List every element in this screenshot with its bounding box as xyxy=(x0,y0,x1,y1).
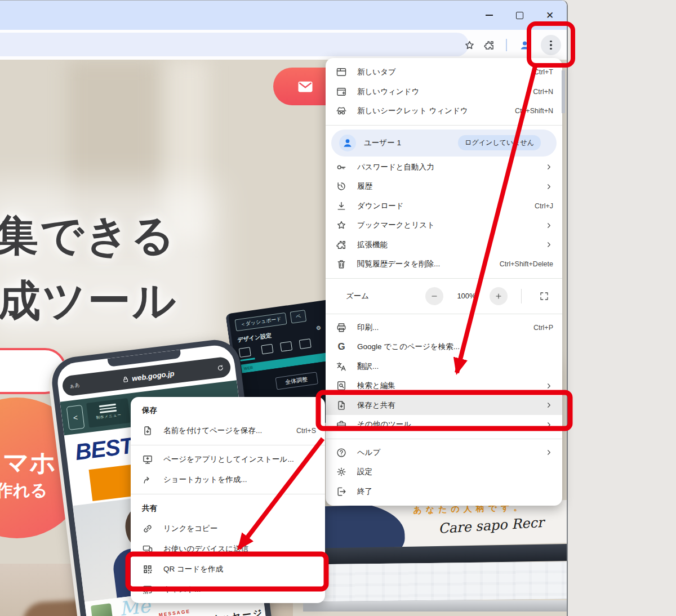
incognito-icon xyxy=(336,105,347,117)
menu-item-exit[interactable]: 終了 xyxy=(326,482,562,502)
dashboard-button: ＜ダッシュボード xyxy=(235,313,287,331)
submenu-item-copy-link[interactable]: リンクをコピー xyxy=(131,519,325,539)
fullscreen-button[interactable] xyxy=(535,287,553,305)
menu-item-print[interactable]: 印刷...Ctrl+P xyxy=(326,318,562,338)
menu-item-translate[interactable]: 翻訳... xyxy=(326,357,562,377)
install-app-icon xyxy=(142,454,153,465)
bookmark-star-icon[interactable] xyxy=(461,37,478,53)
page-scrollbar[interactable] xyxy=(562,70,565,113)
menu-item-more-tools[interactable]: その他のツール xyxy=(326,415,562,435)
overall-adjust-button: 全体調整 xyxy=(275,372,318,390)
submenu-item-install-page-as-app[interactable]: ページをアプリとしてインストール... xyxy=(131,449,325,470)
menu-item-new-window[interactable]: 新しいウィンドウCtrl+N xyxy=(326,82,562,102)
menu-item-clear-browsing-data[interactable]: 閲覧履歴データを削除...Ctrl+Shift+Delete xyxy=(326,255,562,274)
message-label: MESSAGE xyxy=(158,608,190,616)
browser-menu-button[interactable] xyxy=(541,35,561,55)
help-icon xyxy=(336,447,347,458)
submenu-item-save-page-as[interactable]: 名前を付けてページを保存...Ctrl+S xyxy=(131,421,325,441)
menu-item-passwords[interactable]: パスワードと自動入力 xyxy=(326,158,562,177)
zoom-in-button[interactable] xyxy=(490,287,508,305)
minimize-icon xyxy=(486,15,493,16)
save-page-icon xyxy=(142,425,153,436)
menu-item-search-with-google[interactable]: G Google でこのページを検索... xyxy=(326,337,562,357)
submenu-item-create-qr-code[interactable]: QR コードを作成 xyxy=(131,559,325,579)
laptop-keyboard xyxy=(303,562,567,602)
user-name: ユーザー 1 xyxy=(364,138,450,148)
hero-heading-line1: 集できる xyxy=(0,207,176,265)
key-icon xyxy=(336,162,347,173)
submenu-divider xyxy=(131,445,325,445)
back-button: < xyxy=(66,405,85,430)
zoom-separator xyxy=(521,289,522,303)
chevron-right-icon xyxy=(545,448,553,457)
chrome-main-menu: 新しいタブCtrl+T 新しいウィンドウCtrl+N 新しいシークレット ウィン… xyxy=(326,58,562,506)
envelope-icon xyxy=(297,78,314,95)
submenu-item-create-shortcut[interactable]: ショートカットを作成... xyxy=(131,470,325,490)
text-size-control: ぁあ xyxy=(69,381,80,390)
toolbar-separator xyxy=(506,39,507,51)
devices-icon xyxy=(142,543,153,555)
menu-item-history[interactable]: 履歴 xyxy=(326,177,562,197)
menu-item-find-and-edit[interactable]: 検索と編集 xyxy=(326,376,562,396)
menu-divider xyxy=(326,439,562,439)
menu-item-bookmarks[interactable]: ブックマークとリスト xyxy=(326,216,562,235)
chevron-right-icon xyxy=(545,382,553,390)
submenu-divider xyxy=(131,494,325,494)
menu-item-downloads[interactable]: ダウンロードCtrl+J xyxy=(326,197,562,216)
phone-url: web.gogo.jp xyxy=(131,369,175,382)
zoom-out-button[interactable] xyxy=(425,287,443,305)
google-g-icon: G xyxy=(336,341,347,352)
laptop-script-text: Care sapo Recr xyxy=(438,515,544,537)
translate-icon xyxy=(336,361,347,372)
hamburger-caption: 制作メニュー xyxy=(88,411,130,421)
exit-icon xyxy=(336,486,347,497)
chevron-right-icon xyxy=(545,221,553,230)
three-dot-icon xyxy=(550,41,552,50)
laptop-base xyxy=(303,600,567,611)
photo-laptop: あなたの人柄です。 Care sapo Recr xyxy=(303,503,567,616)
extensions-icon[interactable] xyxy=(481,37,497,53)
hamburger-icon xyxy=(99,404,117,413)
zoom-value: 100% xyxy=(453,292,479,300)
hamburger-menu-button: 制作メニュー xyxy=(86,398,131,428)
window-titlebar: ✕ xyxy=(0,1,567,30)
trash-icon xyxy=(336,258,347,270)
address-bar[interactable] xyxy=(0,33,469,56)
menu-item-new-tab[interactable]: 新しいタブCtrl+T xyxy=(326,63,562,82)
menu-divider xyxy=(326,314,562,314)
cast-icon xyxy=(142,584,153,595)
maximize-button[interactable] xyxy=(507,6,532,24)
submenu-share-header: 共有 xyxy=(131,498,325,519)
screenshot-canvas: ✕ 集できる 成ツール xyxy=(0,0,676,616)
puzzle-icon xyxy=(336,239,347,251)
minimize-button[interactable] xyxy=(477,6,501,24)
profile-avatar-icon[interactable] xyxy=(516,37,533,53)
new-window-icon xyxy=(336,86,347,97)
lock-icon xyxy=(121,375,129,383)
new-tab-icon xyxy=(336,66,347,78)
menu-item-settings[interactable]: 設定 xyxy=(326,462,562,482)
hero-heading-line2: 成ツール xyxy=(0,273,178,331)
submenu-item-send-to-devices[interactable]: お使いのデバイスに送信 xyxy=(131,539,325,559)
menu-user-row[interactable]: ユーザー 1 ログインしていません xyxy=(331,130,557,157)
menu-divider xyxy=(326,125,562,126)
design-settings-label: デザイン設定 xyxy=(237,332,272,344)
menu-item-save-and-share[interactable]: 保存と共有 xyxy=(326,396,562,416)
promo-circle-line2: 作れる xyxy=(0,479,47,502)
toolbox-icon xyxy=(336,419,347,430)
chevron-right-icon xyxy=(545,182,553,191)
printer-icon xyxy=(336,322,347,333)
download-icon xyxy=(336,200,347,212)
reload-icon xyxy=(216,363,224,371)
menu-item-new-incognito[interactable]: 新しいシークレット ウィンドウCtrl+Shift+N xyxy=(326,101,562,121)
menu-item-help[interactable]: ヘルプ xyxy=(326,443,562,463)
submenu-item-cast[interactable]: キャスト... xyxy=(131,579,325,600)
browser-toolbar xyxy=(0,30,567,60)
history-icon xyxy=(336,181,347,192)
signin-status-badge: ログインしていません xyxy=(458,135,541,150)
menu-item-extensions[interactable]: 拡張機能 xyxy=(326,235,562,255)
close-button[interactable]: ✕ xyxy=(537,6,562,24)
user-avatar-icon xyxy=(339,135,356,151)
menu-zoom-row: ズーム 100% xyxy=(326,283,562,310)
message-thumbnail xyxy=(91,603,113,616)
